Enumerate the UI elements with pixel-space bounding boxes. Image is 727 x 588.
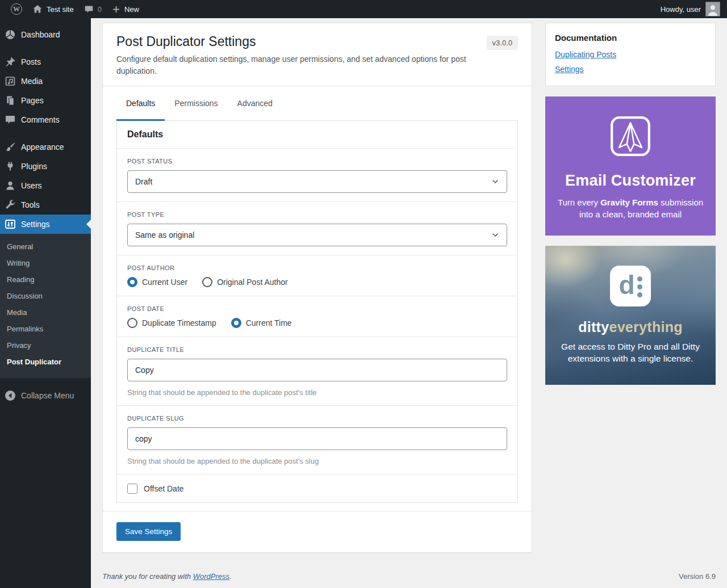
email-ad-description: Turn every Gravity Forms submission into… (553, 197, 708, 220)
menu-separator (0, 129, 91, 137)
new-label: New (124, 5, 139, 14)
sidebar-item-appearance[interactable]: Appearance (0, 137, 91, 157)
site-link[interactable]: Test site (27, 0, 79, 18)
post-status-select[interactable]: Draft (127, 170, 507, 193)
radio-label: Current Time (246, 318, 292, 327)
post-author-label: POST AUTHOR (127, 264, 507, 271)
email-ad-title: Email Customizer (565, 172, 696, 190)
page-title: Post Duplicator Settings (116, 33, 480, 51)
submenu-item-general[interactable]: General (0, 238, 91, 255)
tab-advanced[interactable]: Advanced (228, 86, 282, 120)
radio-original-post-author[interactable]: Original Post Author (202, 277, 288, 287)
collapse-menu-label: Collapse Menu (21, 391, 74, 400)
comment-bubble-icon (84, 5, 94, 14)
radio-duplicate-timestamp[interactable]: Duplicate Timestamp (127, 318, 216, 328)
dashboard-icon (5, 29, 16, 40)
comment-bubble-icon (5, 114, 16, 125)
right-panel: Documentation Duplicating Posts Settings… (545, 23, 716, 385)
sidebar-item-plugins[interactable]: Plugins (0, 157, 91, 176)
admin-sidebar: Dashboard Posts Media Pages (0, 18, 91, 588)
wordpress-link[interactable]: WordPress (193, 572, 229, 581)
sidebar-item-media[interactable]: Media (0, 72, 91, 91)
ditty-logo-icon: d (610, 266, 651, 306)
post-type-select[interactable]: Same as original (127, 224, 507, 246)
radio-selected-icon (231, 318, 241, 328)
duplicate-slug-input[interactable] (127, 427, 507, 450)
wordpress-menu-button[interactable]: W (6, 0, 27, 18)
admin-bar: W Test site 0 New Howdy, user (0, 0, 727, 18)
email-customizer-ad[interactable]: Email Customizer Turn every Gravity Form… (545, 96, 716, 236)
sidebar-item-label: Appearance (21, 142, 64, 152)
submenu-item-reading[interactable]: Reading (0, 271, 91, 288)
post-date-row: POST DATE Duplicate Timestamp Current Ti… (117, 296, 517, 337)
sidebar-item-settings[interactable]: Settings (0, 215, 91, 234)
section-heading: Defaults (117, 121, 517, 149)
ditty-logo-dots (637, 276, 642, 297)
duplicate-title-input[interactable] (127, 359, 507, 381)
radio-current-user[interactable]: Current User (127, 277, 187, 287)
duplicate-title-help: String that should be appended to the du… (127, 388, 507, 397)
radio-unselected-icon (127, 318, 137, 328)
sidebar-item-label: Plugins (21, 162, 47, 171)
offset-date-option[interactable]: Offset Date (127, 484, 507, 494)
radio-label: Current User (142, 278, 187, 287)
submenu-item-permalinks[interactable]: Permalinks (0, 321, 91, 337)
post-date-label: POST DATE (127, 305, 507, 312)
user-icon (5, 180, 16, 191)
submenu-item-media[interactable]: Media (0, 304, 91, 321)
submenu-item-discussion[interactable]: Discussion (0, 288, 91, 304)
submenu-item-privacy[interactable]: Privacy (0, 337, 91, 354)
sidebar-item-users[interactable]: Users (0, 176, 91, 195)
version-badge: v3.0.0 (487, 36, 518, 50)
new-content-button[interactable]: New (107, 0, 144, 18)
home-icon (32, 4, 43, 14)
wrench-icon (5, 199, 16, 211)
duplicate-slug-row: DUPLICATE SLUG String that should be app… (117, 405, 517, 474)
plugin-icon (5, 161, 16, 172)
sidebar-item-label: Users (21, 181, 42, 190)
footer-version: Version 6.9 (679, 572, 716, 581)
ditty-ad-description: Get access to Ditty Pro and all Ditty ex… (555, 341, 705, 365)
sidebar-item-pages[interactable]: Pages (0, 91, 91, 110)
submenu-item-writing[interactable]: Writing (0, 255, 91, 271)
settings-card-header: Post Duplicator Settings Configure defau… (103, 23, 532, 86)
collapse-arrow-icon (5, 390, 16, 401)
tab-permissions[interactable]: Permissions (165, 86, 227, 120)
sidebar-item-label: Tools (21, 200, 40, 209)
submenu-item-post-duplicator[interactable]: Post Duplicator (0, 354, 91, 370)
doc-link-duplicating-posts[interactable]: Duplicating Posts (555, 50, 706, 59)
paintbrush-icon (5, 141, 16, 153)
sidebar-item-dashboard[interactable]: Dashboard (0, 25, 91, 44)
plus-icon (112, 5, 120, 14)
media-icon (5, 75, 16, 87)
ditty-brand: dittyeverything (578, 319, 683, 335)
radio-selected-icon (127, 277, 137, 287)
admin-footer: Thank you for creating with WordPress. V… (102, 572, 716, 588)
footer-thanks: Thank you for creating with WordPress. (102, 572, 232, 581)
howdy-text: Howdy, user (661, 5, 701, 14)
wordpress-logo-icon: W (11, 3, 22, 15)
save-settings-button[interactable]: Save Settings (116, 522, 181, 541)
ditty-ad[interactable]: d dittyeverything Get access to Ditty Pr… (545, 246, 716, 385)
checkbox-unchecked-icon[interactable] (127, 484, 137, 494)
sidebar-item-label: Dashboard (21, 30, 60, 39)
collapse-menu-button[interactable]: Collapse Menu (0, 385, 91, 406)
post-status-label: POST STATUS (127, 158, 507, 165)
sidebar-item-label: Posts (21, 57, 41, 66)
post-status-value: Draft (135, 177, 152, 186)
comments-moderation-button[interactable]: 0 (79, 0, 107, 18)
tab-defaults[interactable]: Defaults (116, 86, 165, 120)
radio-current-time[interactable]: Current Time (231, 318, 292, 328)
sidebar-item-label: Pages (21, 96, 44, 105)
settings-submenu: General Writing Reading Discussion Media… (0, 234, 91, 378)
sidebar-item-tools[interactable]: Tools (0, 195, 91, 215)
post-type-label: POST TYPE (127, 211, 507, 218)
comments-count: 0 (98, 5, 102, 14)
doc-link-settings[interactable]: Settings (555, 65, 706, 74)
sidebar-item-posts[interactable]: Posts (0, 52, 91, 72)
account-menu[interactable]: Howdy, user (661, 2, 720, 16)
radio-label: Duplicate Timestamp (142, 318, 216, 327)
duplicate-slug-help: String that should be appended to the du… (127, 457, 507, 465)
ditty-logo-letter: d (619, 272, 634, 298)
sidebar-item-comments[interactable]: Comments (0, 110, 91, 129)
